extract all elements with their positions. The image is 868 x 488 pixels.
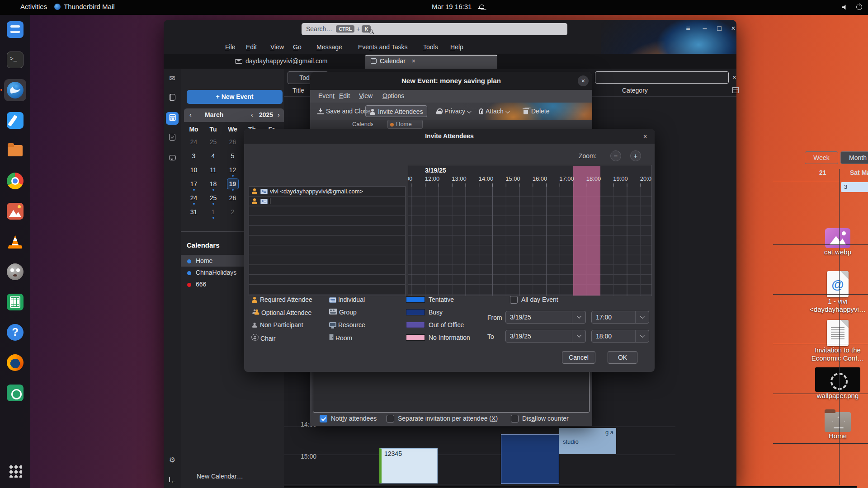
files-cabinet-app-icon[interactable] (4, 19, 26, 41)
to-date-select[interactable]: 3/19/25 (505, 330, 586, 343)
volume-icon[interactable] (842, 5, 848, 10)
image-viewer-app-icon[interactable] (4, 200, 26, 222)
settings-gear-icon[interactable]: ⚙ (166, 454, 179, 466)
from-date-select[interactable]: 3/19/25 (505, 311, 586, 324)
focused-app-menu[interactable]: Thunderbird Mail (54, 3, 115, 10)
event-menu-view[interactable]: View (359, 92, 373, 99)
mini-month-day[interactable]: 31 (184, 206, 203, 217)
app-grid-button[interactable] (4, 460, 26, 482)
invite-dialog-titlebar[interactable]: Invite Attendees × (244, 129, 655, 144)
individual-type-icon[interactable] (260, 199, 268, 204)
next-year-icon[interactable]: › (278, 111, 280, 118)
menu-message[interactable]: Message (316, 43, 342, 51)
event-dialog-titlebar[interactable]: New Event: money saving plan × (310, 72, 592, 90)
tab-mail-account[interactable]: daydayhappyvivi@gmail.com (230, 55, 349, 69)
delete-button[interactable]: Delete (519, 105, 553, 117)
new-event-button[interactable]: + New Event (187, 90, 283, 104)
menu-tools[interactable]: Tools (423, 43, 438, 51)
menu-events-and-tasks[interactable]: Events and Tasks (358, 43, 407, 51)
menu-help[interactable]: Help (450, 43, 463, 51)
mini-month-day[interactable]: 26 (223, 136, 242, 147)
calendar-select[interactable]: Home (387, 120, 423, 129)
week-view-button[interactable]: Week (805, 151, 838, 164)
chevron-down-icon[interactable] (572, 311, 585, 323)
vlc-app-icon[interactable] (4, 230, 26, 253)
privacy-menu-button[interactable]: Privacy (432, 105, 474, 117)
event-dialog-close-icon[interactable]: × (578, 75, 589, 86)
file-manager-app-icon[interactable] (4, 140, 26, 162)
thunderbird-app-icon[interactable] (4, 79, 26, 101)
zoom-out-button[interactable]: − (610, 150, 621, 161)
menu-view[interactable]: View (270, 43, 284, 51)
prev-year-icon[interactable]: ‹ (251, 111, 253, 118)
attach-menu-button[interactable]: Attach (476, 105, 512, 117)
prev-month-icon[interactable]: ‹ (189, 111, 192, 118)
close-window-button[interactable]: × (728, 23, 739, 34)
event-menu-edit[interactable]: Edit (339, 92, 350, 99)
vivi-message-file[interactable]: 1 - vivi<daydayhappyvi… (808, 271, 867, 314)
mini-month-day[interactable]: 18 (203, 178, 223, 189)
vscode-app-icon[interactable] (4, 109, 26, 131)
minimize-button[interactable]: – (699, 23, 710, 34)
window-titlebar[interactable]: Search… CTRL + K ≡ – □ × (164, 20, 736, 42)
allday-event-chip[interactable]: 3 (841, 182, 868, 192)
mini-month-day[interactable]: 12 (223, 164, 242, 175)
app-menu-button[interactable]: ≡ (683, 23, 693, 34)
disallow-counter-checkbox[interactable]: Disallow counter (511, 415, 569, 422)
menu-go[interactable]: Go (293, 43, 302, 51)
global-search-input[interactable]: Search… CTRL + K (302, 23, 567, 35)
required-attendee-icon[interactable] (251, 198, 258, 205)
tab-calendar[interactable]: Calendar× (365, 55, 497, 69)
invite-attendees-button[interactable]: Invite Attendees (365, 105, 427, 117)
calendar-space-icon[interactable] (166, 112, 179, 125)
gimp-app-icon[interactable] (4, 261, 26, 283)
maximize-button[interactable]: □ (714, 23, 725, 34)
individual-type-icon[interactable] (260, 189, 268, 194)
browser-swirl-app-icon[interactable] (4, 352, 26, 374)
ok-button[interactable]: OK (608, 351, 637, 364)
menu-edit[interactable]: Edit (246, 43, 257, 51)
calendar-event-block[interactable] (501, 434, 559, 484)
month-view-button[interactable]: Month (840, 151, 868, 164)
mini-month-day[interactable]: 2 (223, 206, 242, 217)
search-events-input[interactable] (595, 71, 729, 84)
notify-attendees-checkbox[interactable]: Notify attendees (320, 415, 377, 422)
title-column-header[interactable]: Title (292, 87, 304, 94)
new-calendar-row[interactable]: New Calendar… (181, 470, 284, 483)
invitation-doc-file[interactable]: Invitation to theEconomic Conf… (808, 320, 867, 362)
mini-month-day[interactable]: 5 (223, 150, 242, 161)
wallpaper-png-file[interactable]: wallpaper.png (808, 367, 867, 400)
mini-month-day[interactable]: 25 (203, 192, 223, 203)
free-busy-grid[interactable]: 3/19/25 11:0012:0013:0014:0015:0016:0017… (408, 165, 652, 296)
required-attendee-icon[interactable] (251, 188, 258, 195)
chrome-app-icon[interactable] (4, 170, 26, 192)
help-app-icon[interactable] (4, 321, 26, 343)
category-column-header[interactable]: Category (622, 87, 648, 94)
free-busy-rows[interactable] (408, 187, 652, 296)
terminal-app-icon[interactable] (4, 49, 26, 71)
mini-month-day[interactable]: 3 (184, 150, 203, 161)
mini-month-day[interactable]: 17 (184, 178, 203, 189)
attendee-list[interactable]: vivi <daydayhappyvivi@gmail.com> (249, 186, 406, 296)
clock-label[interactable]: Mar 19 16:31 (432, 3, 472, 10)
mini-month-day[interactable]: 24 (184, 192, 203, 203)
cancel-button[interactable]: Cancel (562, 351, 595, 364)
to-time-select[interactable]: 18:00 (591, 330, 649, 343)
chevron-down-icon[interactable] (635, 311, 649, 323)
mini-month-day[interactable]: 11 (203, 164, 223, 175)
mini-month-day-selected[interactable]: 19 (223, 178, 242, 189)
close-tab-icon[interactable]: × (412, 57, 415, 65)
calendar-event-fragment[interactable]: g a studio (559, 428, 616, 454)
home-folder[interactable]: Home (808, 412, 867, 440)
column-picker-icon[interactable] (732, 87, 739, 93)
power-icon[interactable] (856, 4, 862, 10)
attendee-row[interactable] (249, 197, 405, 206)
mini-month-day[interactable]: 10 (184, 164, 203, 175)
activities-button[interactable]: Activities (20, 3, 47, 10)
mini-month-day[interactable]: 26 (223, 192, 242, 203)
addressbook-space-icon[interactable] (166, 92, 179, 105)
software-app-icon[interactable] (4, 382, 26, 404)
event-menu-event[interactable]: Event (318, 92, 335, 99)
mail-space-icon[interactable]: ✉ (166, 72, 179, 85)
libreoffice-calc-app-icon[interactable] (4, 291, 26, 313)
